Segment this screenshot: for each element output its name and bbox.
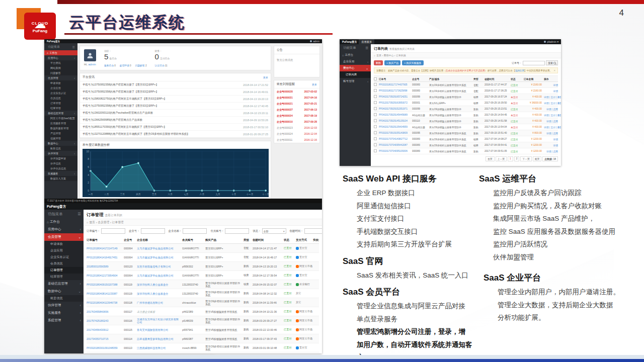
order-no-link[interactable]: 201743456430912 [87,328,124,331]
news-row[interactable]: 手机号为13750952358的用户在官网注册了【普方S3云ERP+】 2018… [80,81,271,88]
order-no-search-input[interactable] [523,61,545,65]
order-no-link[interactable]: PF0320180409150207388 [87,283,124,286]
sidebar-item[interactable]: 账套信息 [44,295,84,302]
company-link[interactable]: 无锡市东方环境工程设计研究所有限公司 [137,318,182,324]
order-no-link[interactable]: PF0320170704095442087 [379,144,412,146]
sidebar-item[interactable]: 基础信息管理 ‹ [44,111,77,116]
sidebar-item[interactable]: 伙伴信息 [44,161,77,166]
delete-button[interactable]: 删除 [374,60,383,65]
row-actions[interactable]: 详情 | 支付 | 删除 [544,114,561,117]
row-actions[interactable]: 详情 [544,83,558,86]
sidebar-item[interactable]: 数据中心 ⌄ [44,288,84,295]
order-no-link[interactable]: PF0420170929165724251 [379,96,412,98]
sidebar-item[interactable]: 伙伴管理 ‹ [44,151,77,156]
sidebar-item[interactable]: 功能菜单 ☰ [340,44,371,52]
more-link[interactable]: 更多 [312,83,317,86]
company-link[interactable]: 吉林省康寿堂参茸制品有限公司 [137,337,182,340]
news-row[interactable]: 手机号为15800822750的用户在阿里云市场购买了【普方S3云ERP+】 2… [80,96,271,103]
news-row[interactable]: 手机号为13750952358的用户在官网注册了【普方S3云ERP+】 2018… [80,88,271,96]
company-link[interactable]: 深圳市恒晖儿童公益基金会 [137,283,182,286]
company-link[interactable]: 江西易威顿科技有限公司 [137,346,182,349]
sidebar-item[interactable]: 数据导入方案 [44,176,77,181]
order-no-link[interactable]: PF0120180414164917451 [87,256,124,259]
sidebar-item[interactable]: ⌂ 工作台 [44,218,84,226]
sidebar-item[interactable]: 应用中心 ‹ [44,226,84,233]
row-checkbox[interactable] [374,95,377,98]
sidebar-item[interactable]: 会员信息 [44,260,84,267]
row-checkbox[interactable] [374,149,377,152]
news-row[interactable]: 手机号为13750952358的用户在官网注册了【普方S3云ERP+】 2018… [80,103,271,110]
company-link[interactable]: 东莞市君陞瑜造电子有限公司 [137,265,182,268]
sidebar-item[interactable]: 平台资讯 [44,60,77,65]
order-no-link[interactable]: PF0320180301091048359 [87,346,124,349]
sidebar-item[interactable]: 申请体验 [44,241,84,247]
more-link[interactable]: 更多 [263,76,268,79]
sidebar-item[interactable]: 实施服务 ‹ [44,309,84,317]
search-button[interactable]: 搜索 [546,60,558,65]
sidebar-item[interactable]: 问题解答 [44,70,77,75]
row-actions[interactable]: 详情 | 启用 [544,132,558,135]
sidebar-item[interactable]: 企业实名认证 [44,254,84,260]
sidebar-item[interactable]: 会员管理 ‹ [44,75,77,80]
filter-input[interactable] [101,228,125,234]
row-actions[interactable]: 详情 | 支付 | 删除 [544,102,561,105]
row-checkbox[interactable] [374,107,377,110]
sidebar-item[interactable]: 订单管理 [44,101,77,106]
sidebar-item[interactable]: 申请体验 [44,80,77,85]
row-checkbox[interactable] [374,125,377,128]
sidebar-item[interactable]: 阿里云市场SaaS配置 [44,116,77,121]
row-checkbox[interactable] [374,137,377,140]
sidebar-item[interactable]: 会员管理 ⌄ [44,233,84,241]
sidebar-item[interactable]: 订单列表 [340,71,371,78]
sidebar-item[interactable]: 企业实名认证 [44,90,77,96]
order-no-link[interactable]: PF0120180412173954904 [87,274,124,277]
sidebar-item[interactable]: ⌂ 工作台 [44,50,77,55]
sidebar-item[interactable]: 功能菜单 ☰ [44,43,77,50]
sidebar-item[interactable]: 企业应用 [44,85,77,90]
order-no-link[interactable]: PF0220180404113946738 [87,301,124,304]
row-checkbox[interactable] [374,119,377,122]
row-actions[interactable]: 详情 | 启用 [544,120,558,123]
order-no-link[interactable]: PF0420170929135404959 [379,126,412,128]
sidebar-item[interactable]: 优惠管理 [44,136,77,141]
sidebar-item[interactable]: 账套信息 [44,146,77,151]
sidebar-item[interactable]: 系统管理 ‹ [44,317,84,324]
user-menu[interactable]: admin [310,40,319,43]
sidebar-item[interactable]: 结算管理 [44,274,84,280]
select-all-checkbox[interactable] [374,77,377,80]
todo-link[interactable]: 问题解答2 [135,64,147,67]
company-link[interactable]: 广州华侨通讯有限公司 [137,301,182,304]
news-row[interactable]: 手机号为18551170390的用户在阿里云市场购买了【普方S3云ERP+】 2… [80,124,271,131]
admin-link[interactable]: admin [88,63,96,66]
sidebar-item[interactable]: 应用服务管理 [44,121,77,126]
news-row[interactable]: 手机号为13270120888的用户在阿里云市场购买了【普方O9多组织云财务管理… [80,131,271,138]
sidebar-item[interactable]: 结算管理 [44,106,77,111]
company-link[interactable]: 义乌市鑫冠罗帝化妆品有限公司 [137,274,182,277]
todo-link[interactable]: 服务待办0 [104,64,116,67]
page-button[interactable]: 上一页 [496,156,507,161]
filter-input[interactable] [183,228,207,234]
row-checkbox[interactable] [374,89,377,92]
sidebar-item[interactable]: 会员信息 [44,96,77,101]
order-no-link[interactable]: PF0320170919155140809 [379,132,412,134]
filter-input[interactable] [304,228,322,234]
filter-input[interactable] [225,228,249,234]
order-no-link[interactable]: PF0320170704140827712 [379,138,412,140]
sidebar-item[interactable]: 数据中心 ‹ [44,141,77,146]
filter-input[interactable] [141,228,165,234]
order-no-link[interactable]: PF0120170929163950072 [379,102,412,104]
order-no-link[interactable]: PF0120180414172147149 [87,247,124,250]
row-checkbox[interactable] [374,83,377,86]
sidebar-item[interactable]: 伙伴管理 ‹ [44,302,84,309]
order-no-link[interactable]: PF0320180408141133087 [87,292,124,295]
filter-input[interactable]: 全部 [262,228,286,234]
sidebar-item[interactable]: ⌂ 工作台 [340,52,371,58]
buy-product-button[interactable]: + 购买产品 [384,60,400,65]
company-link[interactable]: 义乌市鑫冠罗帝化妆品有限公司 [137,256,182,259]
sidebar-item[interactable]: 实施服务 ‹ [44,171,77,176]
order-no-link[interactable]: 201734353710715 [87,337,124,340]
order-no-link[interactable]: 201757425180243 [87,319,124,322]
order-no-link[interactable]: PF0420170929152351971 [379,108,412,110]
sidebar-item[interactable]: 伙伴会员信息 [44,166,77,171]
sidebar-item[interactable]: 伙伴加盟申请 [44,156,77,161]
